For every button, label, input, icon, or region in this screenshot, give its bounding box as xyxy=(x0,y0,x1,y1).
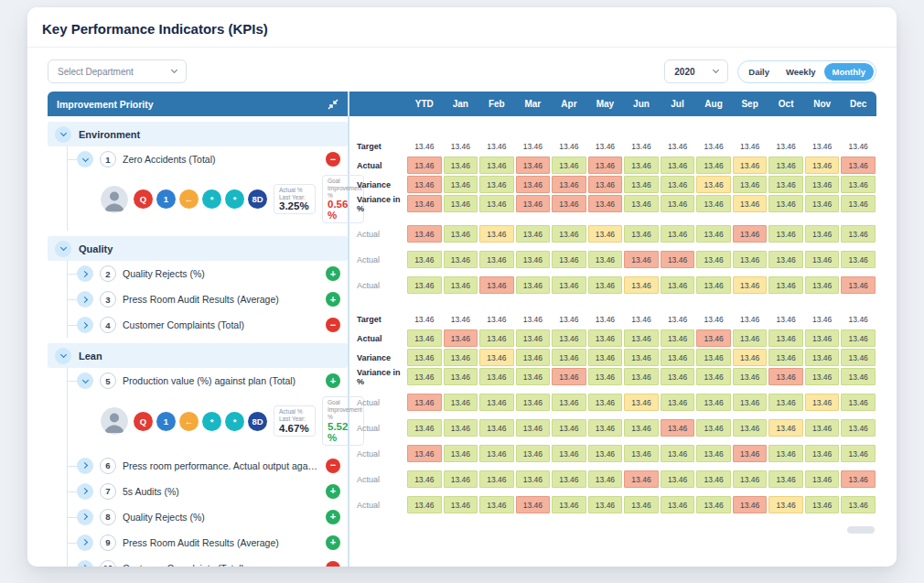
kpi-label: Customer Complaints (Total) xyxy=(123,319,319,330)
chevron-right-icon[interactable] xyxy=(77,534,93,551)
arrow-badge-icon[interactable]: ← xyxy=(179,189,199,209)
value-cell-may: 13.46 xyxy=(588,310,623,328)
chevron-right-icon[interactable] xyxy=(77,458,93,474)
kpi-label: Zero Accidents (Total) xyxy=(123,154,319,165)
row-label: Target xyxy=(349,136,406,156)
kpi-item-3[interactable]: 3Press Room Audit Results (Average)+ xyxy=(68,286,348,312)
chevron-down-icon[interactable] xyxy=(77,372,93,389)
value-cell-aug: 13.46 xyxy=(696,176,731,193)
kpi-label: Press Room Audit Results (Average) xyxy=(123,294,319,305)
chevron-down-icon[interactable] xyxy=(55,348,71,364)
asterisk-badge-icon[interactable]: * xyxy=(225,189,244,209)
kpi-label: Press room performance. Actual output ag… xyxy=(123,460,319,471)
value-cell-jun: 13.46 xyxy=(624,276,659,294)
kpi-number: 9 xyxy=(100,534,116,551)
kpi-item-2[interactable]: 2Quality Rejects (%)+ xyxy=(68,261,348,286)
priority-badge-icon[interactable]: 1 xyxy=(156,189,176,209)
value-cell-dec: 13.46 xyxy=(841,310,876,328)
kpi-item-9[interactable]: 9Press Room Audit Results (Average)+ xyxy=(68,530,348,556)
value-cell-mar: 13.46 xyxy=(516,445,551,462)
column-header-sep: Sep xyxy=(732,99,768,109)
value-cell-mar: 13.46 xyxy=(516,329,551,347)
value-cell-mar: 13.46 xyxy=(516,310,551,328)
year-select[interactable]: 2020 xyxy=(664,59,728,83)
asterisk-badge-icon[interactable]: * xyxy=(225,412,244,431)
priority-badge-icon[interactable]: 1 xyxy=(156,412,176,431)
8d-badge-icon[interactable]: 8D xyxy=(248,412,267,431)
chevron-down-icon[interactable] xyxy=(55,126,71,143)
group-lean[interactable]: Lean xyxy=(48,343,348,368)
value-cell-jan: 13.46 xyxy=(444,251,478,268)
value-cell-aug: 13.46 xyxy=(696,445,731,462)
value-cell-apr: 13.46 xyxy=(552,394,586,411)
8d-badge-icon[interactable]: 8D xyxy=(248,189,267,209)
quality-kpis-2-4: Actual13.4613.4613.4613.4613.4613.4613.4… xyxy=(349,224,876,295)
kpi-item-8[interactable]: 8Quality Rejects (%)+ xyxy=(68,504,348,530)
value-cell-oct: 13.46 xyxy=(768,329,803,347)
quality-badge-icon[interactable]: Q xyxy=(134,412,153,431)
kpi-item-6[interactable]: 6Press room performance. Actual output a… xyxy=(68,453,348,479)
arrow-badge-icon[interactable]: ← xyxy=(179,412,199,431)
value-cell-feb: 13.46 xyxy=(479,470,514,488)
kpi-item-4[interactable]: 4Customer Complaints (Total)− xyxy=(68,312,348,338)
asterisk-badge-icon[interactable]: * xyxy=(202,412,221,431)
value-cell-ytd: 13.46 xyxy=(407,157,442,174)
column-header-aug: Aug xyxy=(695,99,732,109)
chevron-down-icon[interactable] xyxy=(55,241,71,257)
improvement-priority-panel: Improvement Priority Environment1Zero Ac… xyxy=(48,92,349,567)
value-cell-jun: 13.46 xyxy=(624,157,659,174)
value-cell-dec: 13.46 xyxy=(841,445,876,462)
kpi-item-1[interactable]: 1Zero Accidents (Total)− xyxy=(68,146,348,172)
chevron-right-icon[interactable] xyxy=(77,483,93,500)
collapse-panel-button[interactable] xyxy=(328,99,338,110)
chevron-right-icon[interactable] xyxy=(77,560,93,567)
value-cell-aug: 13.46 xyxy=(696,419,731,437)
period-option-weekly[interactable]: Weekly xyxy=(778,63,824,81)
value-cell-jan: 13.46 xyxy=(444,329,478,347)
chevron-right-icon[interactable] xyxy=(77,317,93,333)
column-header-oct: Oct xyxy=(768,99,804,109)
column-header-apr: Apr xyxy=(551,99,587,109)
value-cell-jun: 13.46 xyxy=(624,329,659,347)
kpi-number: 8 xyxy=(100,509,116,525)
group-environment[interactable]: Environment xyxy=(48,122,348,146)
chevron-right-icon[interactable] xyxy=(77,291,93,308)
value-cell-nov: 13.46 xyxy=(805,251,840,268)
group-quality[interactable]: Quality xyxy=(48,236,348,261)
chevron-right-icon[interactable] xyxy=(77,265,93,282)
value-cell-oct: 13.46 xyxy=(768,276,803,294)
value-cell-may: 13.46 xyxy=(588,445,623,462)
group-label: Quality xyxy=(79,243,113,254)
chevron-down-icon[interactable] xyxy=(77,151,93,167)
department-select[interactable]: Select Department xyxy=(48,59,187,83)
value-cell-dec: 13.46 xyxy=(841,276,876,294)
kpi-number: 3 xyxy=(100,291,116,308)
chevron-right-icon[interactable] xyxy=(77,509,93,525)
value-cell-jul: 13.46 xyxy=(661,225,695,243)
scrollbar-thumb[interactable] xyxy=(847,526,875,534)
value-cell-jul: 13.46 xyxy=(661,470,695,488)
kpi-item-7[interactable]: 75s Audits (%)+ xyxy=(68,479,348,504)
period-option-monthly[interactable]: Monthly xyxy=(824,63,874,81)
table-row-actual: Actual13.4613.4613.4613.4613.4613.4613.4… xyxy=(349,250,876,269)
quality-badge-icon[interactable]: Q xyxy=(134,189,153,209)
value-cell-sep: 13.46 xyxy=(733,225,768,243)
value-cell-jun: 13.46 xyxy=(624,470,659,488)
period-option-daily[interactable]: Daily xyxy=(740,63,778,81)
value-cell-feb: 13.46 xyxy=(479,310,514,328)
asterisk-badge-icon[interactable]: * xyxy=(202,189,221,209)
value-cell-jan: 13.46 xyxy=(444,195,478,212)
table-row-variance-in: Variance in %13.4613.4613.4613.4613.4613… xyxy=(349,194,876,213)
table-row-variance-in: Variance in %13.4613.4613.4613.4613.4613… xyxy=(349,367,876,386)
sidebar-body: Environment1Zero Accidents (Total)−Q1←**… xyxy=(48,122,348,567)
value-cell-feb: 13.46 xyxy=(479,225,514,243)
kpi-item-5[interactable]: 5Production value (%) against plan (Tota… xyxy=(68,368,348,394)
value-cell-ytd: 13.46 xyxy=(407,329,442,347)
value-cell-jun: 13.46 xyxy=(624,496,659,513)
value-cell-nov: 13.46 xyxy=(805,368,840,385)
kpi-item-10[interactable]: 10Customer Complaints (Total)− xyxy=(68,556,348,567)
value-cell-jun: 13.46 xyxy=(624,251,659,268)
value-cell-feb: 13.46 xyxy=(479,496,514,513)
value-cell-jul: 13.46 xyxy=(661,176,695,193)
value-cell-sep: 13.46 xyxy=(733,329,768,347)
